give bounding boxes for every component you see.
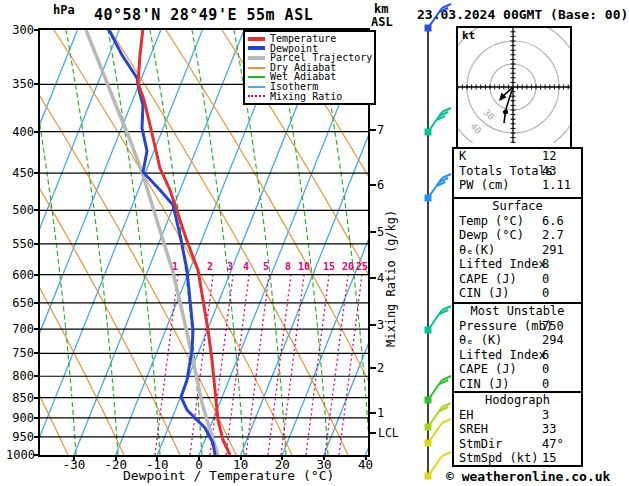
legend-swatch-dewpoint (248, 46, 265, 50)
km-tick-label: 7 (377, 123, 384, 137)
temp-tick (281, 455, 283, 460)
temp-tick (365, 455, 367, 460)
mixing-ratio-value-label: 5 (263, 261, 269, 272)
lcl-label: LCL (378, 426, 399, 440)
row-label: CIN (J) (459, 286, 510, 300)
pressure-tick (34, 397, 40, 399)
table-row: PW (cm)1.11 (454, 178, 581, 193)
row-label: Pressure (mb) (459, 319, 553, 333)
pressure-tick-label: 1000 (6, 448, 34, 462)
wind-barb-tick (442, 174, 451, 178)
mixing-ratio-line (246, 275, 269, 455)
pressure-tick (34, 302, 40, 304)
mixing-ratio-line (339, 275, 362, 455)
wind-barb-tick (442, 419, 451, 423)
row-value: 0 (542, 377, 549, 392)
legend-swatch-temperature (248, 37, 265, 41)
table-row: StmDir47° (454, 437, 581, 452)
table-indices: K12Totals Totals43PW (cm)1.11 (452, 147, 583, 199)
mixing-ratio-value-label: 1 (172, 261, 178, 272)
legend-swatch-isotherm (248, 86, 265, 88)
table-row: K12 (454, 149, 581, 164)
table-row: CAPE (J)0 (454, 272, 581, 287)
wind-barb-tick (442, 376, 451, 380)
row-label: Lifted Index (459, 257, 546, 271)
row-value: 0 (542, 272, 549, 287)
table-row: CAPE (J)0 (454, 362, 581, 377)
row-value: 6 (542, 348, 549, 363)
row-label: CIN (J) (459, 377, 510, 391)
temp-tick (115, 455, 117, 460)
pressure-tick (34, 29, 40, 31)
table-title: Hodograph (454, 393, 581, 408)
temp-tick (240, 455, 242, 460)
row-value: 1.11 (542, 178, 571, 193)
pressure-tick (34, 83, 40, 85)
legend-swatch-wet-adiabat (248, 76, 265, 78)
pressure-tick (34, 436, 40, 438)
isotherm-line (74, 30, 244, 455)
pressure-tick-label: 850 (6, 391, 34, 405)
row-label: PW (cm) (459, 178, 510, 192)
mixing-ratio-value-label: 15 (323, 261, 335, 272)
pressure-tick (34, 328, 40, 330)
row-label: Totals Totals (459, 164, 553, 178)
pressure-tick-label: 700 (6, 322, 34, 336)
row-label: CAPE (J) (459, 362, 517, 376)
wind-barb-tick (442, 306, 451, 310)
pressure-tick (34, 209, 40, 211)
credit-label: © weatheronline.co.uk (446, 469, 610, 484)
pressure-tick-label: 450 (6, 166, 34, 180)
isotherm-line (38, 30, 119, 455)
pressure-tick (34, 172, 40, 174)
row-value: 33 (542, 422, 556, 437)
mixing-ratio-value-label: 4 (243, 261, 249, 272)
wind-barb (426, 403, 452, 430)
pressure-tick-label: 500 (6, 203, 34, 217)
wind-barb (426, 419, 452, 446)
table-row: Lifted Index6 (454, 348, 581, 363)
row-value: 12 (542, 149, 556, 164)
pressure-tick-label: 950 (6, 430, 34, 444)
temp-tick (198, 455, 200, 460)
km-tick-label: 1 (377, 406, 384, 420)
pressure-tick-label: 800 (6, 369, 34, 383)
pressure-tick-label: 550 (6, 237, 34, 251)
wind-barb (426, 4, 452, 31)
sounding-chart-app: hPa 40°58'N 28°49'E 55m ASL 23.03.2024 0… (0, 0, 629, 486)
row-label: CAPE (J) (459, 272, 517, 286)
row-value: 2.7 (542, 228, 564, 243)
page-title: 40°58'N 28°49'E 55m ASL (94, 6, 313, 24)
km-tick (369, 231, 376, 233)
km-tick (369, 184, 376, 186)
mixing-ratio-value-label: 2 (207, 261, 213, 272)
mixing-ratio-axis-label: Mixing Ratio (g/kg) (384, 210, 398, 347)
wind-barb-tick (442, 403, 451, 407)
row-label: StmSpd (kt) (459, 451, 538, 465)
table-surface: SurfaceTemp (°C)6.6Dewp (°C)2.7θₑ(K)291L… (452, 197, 583, 304)
row-label: SREH (459, 422, 488, 436)
table-hodograph: HodographEH3SREH33StmDir47°StmSpd (kt)15 (452, 391, 583, 467)
km-tick-label: 6 (377, 178, 384, 192)
pressure-tick (34, 352, 40, 354)
mixing-ratio-line (325, 275, 348, 455)
table-row: Dewp (°C)2.7 (454, 228, 581, 243)
temp-tick (156, 455, 158, 460)
table-row: Lifted Index8 (454, 257, 581, 272)
mixing-ratio-value-label: 10 (298, 261, 310, 272)
wind-barb (426, 108, 452, 135)
mixing-ratio-value-label: 25 (356, 261, 368, 272)
hodograph-trace-dot (503, 110, 508, 115)
wind-barb-tick (442, 4, 451, 8)
pressure-tick (34, 274, 40, 276)
wind-barb-tick (442, 108, 451, 112)
km-tick (369, 367, 376, 369)
row-value: 8 (542, 257, 549, 272)
pressure-tick-label: 650 (6, 296, 34, 310)
km-tick (369, 129, 376, 131)
mixing-ratio-line (226, 275, 249, 455)
temp-tick (73, 455, 75, 460)
isotherm-line (38, 30, 202, 455)
legend-swatch-parcel-trajectory (248, 56, 265, 60)
altitude-unit-asl: ASL (371, 15, 393, 29)
